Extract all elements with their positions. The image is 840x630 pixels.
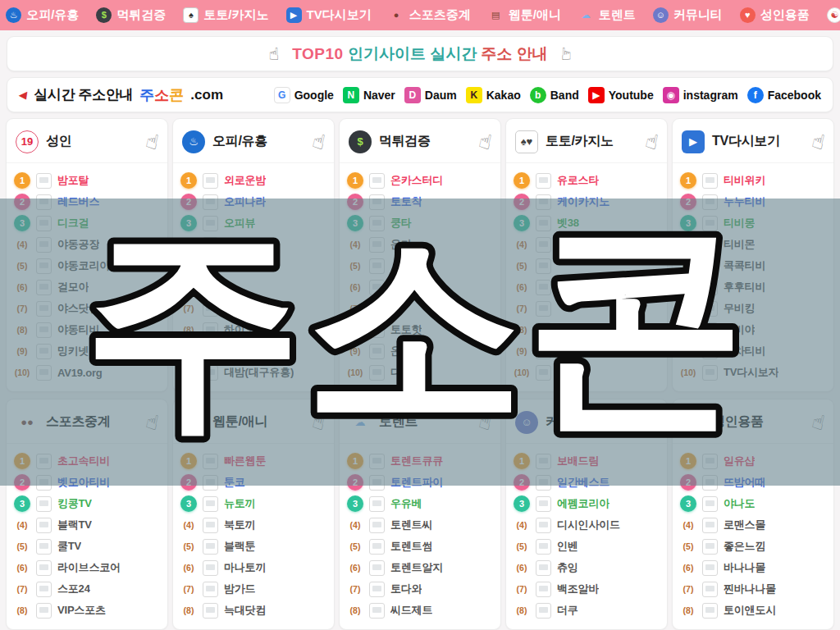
site-link[interactable]: (9)차차티비 <box>680 340 826 362</box>
nav-item-4[interactable]: ▶TV다시보기 <box>286 7 372 23</box>
site-link[interactable]: (5)쿨TV <box>14 536 160 557</box>
site-link[interactable]: (7)야스닷컴 <box>14 298 160 319</box>
social-link-instagram[interactable]: ◉instagram <box>663 87 738 103</box>
site-link[interactable]: (7) <box>180 298 326 319</box>
site-link[interactable]: 3에펨코리아 <box>514 493 660 514</box>
site-link[interactable]: (6) <box>347 276 493 298</box>
site-link[interactable]: 2일간베스트 <box>514 472 660 493</box>
site-link[interactable]: 3킹콩TV <box>14 493 160 514</box>
social-link-naver[interactable]: NNaver <box>343 87 395 103</box>
site-link[interactable]: (8)토이앤도시 <box>680 600 826 621</box>
card-header[interactable]: ♠♥토토/카지노☝ <box>506 119 667 163</box>
nav-item-3[interactable]: ♠토토/카지노 <box>183 7 268 23</box>
site-link[interactable]: (8)토토핫 <box>347 319 493 340</box>
site-link[interactable]: 3티비몽 <box>680 212 826 234</box>
site-link[interactable]: (8)티비야 <box>680 319 826 340</box>
site-link[interactable]: 2누누티비 <box>680 191 826 212</box>
site-link[interactable]: (10)다음드 <box>347 362 493 383</box>
site-link[interactable]: 2토토착 <box>347 191 493 212</box>
site-link[interactable]: (5) <box>347 255 493 276</box>
site-link[interactable]: (6)라이브스코어 <box>14 557 160 578</box>
site-link[interactable]: 3벳38 <box>514 212 660 234</box>
site-link[interactable]: 2뜨밤어때 <box>680 472 826 493</box>
site-link[interactable]: (10)AV19.org <box>14 362 160 383</box>
social-link-facebook[interactable]: fFacebook <box>747 87 821 103</box>
site-link[interactable]: (7)밤가드 <box>180 578 326 600</box>
site-link[interactable]: (7)찐바나나몰 <box>680 578 826 600</box>
card-header[interactable]: ♨오피/유흥☝ <box>173 119 334 163</box>
site-link[interactable]: 3디크걸 <box>14 212 160 234</box>
site-link[interactable]: 3우유베 <box>347 493 493 514</box>
site-link[interactable]: (7) <box>347 298 493 319</box>
site-link[interactable]: (10)대밤(대구유흥) <box>180 362 326 383</box>
nav-item-10[interactable]: ☯한인교민 <box>827 7 840 23</box>
site-link[interactable]: (6)걸모아 <box>14 276 160 298</box>
site-link[interactable]: (6) <box>180 276 326 298</box>
site-link[interactable]: 2오피나라 <box>180 191 326 212</box>
site-link[interactable]: (8)씨드제트 <box>347 600 493 621</box>
site-link[interactable]: 1온카스터디 <box>347 170 493 191</box>
site-link[interactable]: (9) <box>180 340 326 362</box>
card-header[interactable]: ☺커뮤니티☝ <box>506 399 667 444</box>
site-link[interactable]: 3야나도 <box>680 493 826 514</box>
site-link[interactable]: (5)야동코리아레드 <box>14 255 160 276</box>
card-header[interactable]: ●●스포츠중계☝ <box>7 399 167 444</box>
site-link[interactable]: (4)디시인사이드 <box>514 514 660 536</box>
site-link[interactable]: (9)밍키넷 <box>14 340 160 362</box>
site-link[interactable]: (9)온카판 <box>347 340 493 362</box>
site-link[interactable]: 1일유샵 <box>680 450 826 472</box>
site-link[interactable]: (8)VIP스포츠 <box>14 600 160 621</box>
site-link[interactable]: (8)더쿠 <box>514 600 660 621</box>
card-header[interactable]: ▶TV다시보기☝ <box>673 119 833 163</box>
card-header[interactable]: $먹튀검증☝ <box>340 119 500 163</box>
top10-banner[interactable]: ☝ TOP10 인기사이트 실시간 주소 안내 ☝ <box>7 36 833 71</box>
nav-item-1[interactable]: ♨오피/유흥 <box>6 7 79 23</box>
nav-item-8[interactable]: ☺커뮤니티 <box>653 7 723 23</box>
social-link-kakao[interactable]: KKakao <box>466 87 521 103</box>
site-link[interactable]: 1밤포탈 <box>14 170 160 191</box>
site-link[interactable]: 2벳모아티비 <box>14 472 160 493</box>
site-link[interactable]: (5)좋은느낌 <box>680 536 826 557</box>
nav-item-2[interactable]: $먹튀검증 <box>96 7 166 23</box>
nav-item-6[interactable]: ▤웹툰/애니 <box>488 7 561 23</box>
site-link[interactable]: (10) <box>514 362 660 383</box>
site-link[interactable]: (4)야동공장 <box>14 234 160 255</box>
card-header[interactable]: 19성인☝ <box>7 119 167 163</box>
site-link[interactable]: 2툰코 <box>180 472 326 493</box>
social-link-daum[interactable]: DDaum <box>404 87 457 103</box>
site-link[interactable]: (7)스포24 <box>14 578 160 600</box>
site-link[interactable]: 1빠른웹툰 <box>180 450 326 472</box>
site-link[interactable]: 3쿵타 <box>347 212 493 234</box>
nav-item-5[interactable]: ●스포츠중계 <box>389 7 471 23</box>
site-link[interactable]: (9) <box>514 340 660 362</box>
social-link-google[interactable]: GGoogle <box>274 87 334 103</box>
site-link[interactable]: (4) <box>180 234 326 255</box>
site-link[interactable]: (7)백조알바 <box>514 578 660 600</box>
site-link[interactable]: (7)토다와 <box>347 578 493 600</box>
site-link[interactable]: (5) <box>514 255 660 276</box>
site-link[interactable]: (8)늑대닷컴 <box>180 600 326 621</box>
site-link[interactable]: (4)로맨스몰 <box>680 514 826 536</box>
site-link[interactable]: (4)북토끼 <box>180 514 326 536</box>
site-link[interactable]: (10)TV다시보자 <box>680 362 826 383</box>
site-link[interactable]: (7)무비킹 <box>680 298 826 319</box>
site-link[interactable]: 2레드버스 <box>14 191 160 212</box>
site-link[interactable]: 3뉴토끼 <box>180 493 326 514</box>
site-link[interactable]: 1외로운밤 <box>180 170 326 191</box>
site-link[interactable]: 1초고속티비 <box>14 450 160 472</box>
site-link[interactable]: (4)토렌트씨 <box>347 514 493 536</box>
card-header[interactable]: ♥성인용품☝ <box>673 399 833 444</box>
site-link[interactable]: 1토렌트큐큐 <box>347 450 493 472</box>
site-link[interactable]: (8)하이오피 <box>180 319 326 340</box>
site-link[interactable]: 1유로스타 <box>514 170 660 191</box>
site-link[interactable]: (4)온카 <box>347 234 493 255</box>
nav-item-7[interactable]: ☁토렌트 <box>578 7 636 23</box>
site-link[interactable]: (6)마나토끼 <box>180 557 326 578</box>
social-link-band[interactable]: bBand <box>530 87 579 103</box>
site-link[interactable]: (8)야동티비 <box>14 319 160 340</box>
site-link[interactable]: (8) <box>514 319 660 340</box>
site-link[interactable]: 1티비위키 <box>680 170 826 191</box>
site-link[interactable]: (6)바나나몰 <box>680 557 826 578</box>
site-link[interactable]: (6)토렌트알지 <box>347 557 493 578</box>
site-link[interactable]: (7) <box>514 298 660 319</box>
